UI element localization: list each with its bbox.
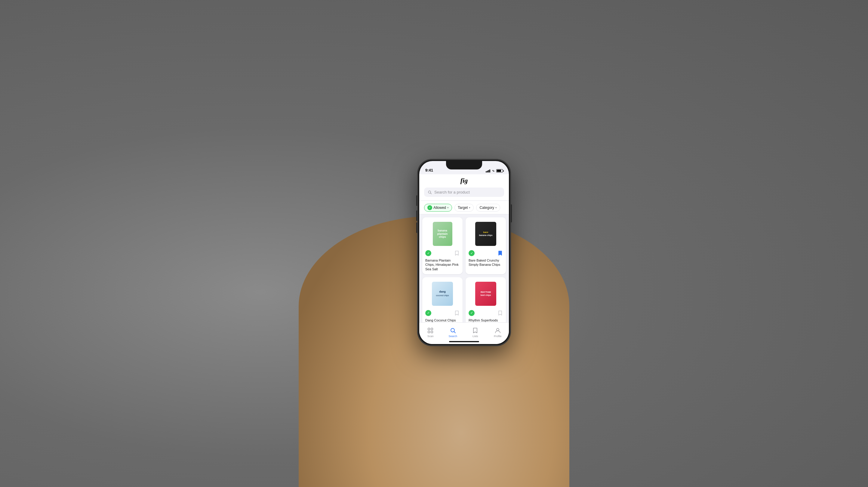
- rhythm-allowed-icon: ✓: [469, 310, 474, 316]
- filter-target-label: Target: [458, 206, 468, 210]
- product-grid: bananaplantainchips ✓: [419, 214, 509, 322]
- filter-target[interactable]: Target ▾: [455, 204, 474, 211]
- nav-item-profile[interactable]: Profile: [487, 327, 509, 338]
- status-time: 9:41: [425, 168, 433, 172]
- profile-nav-icon: [494, 327, 501, 334]
- svg-point-6: [451, 328, 455, 332]
- bare-image: barebanana chips: [475, 222, 496, 246]
- scan-nav-icon: [427, 327, 434, 334]
- phone-wrapper: 9:41 ∿: [417, 159, 511, 346]
- bar1: [486, 171, 487, 172]
- dang-badge-row: ✓: [425, 310, 460, 316]
- nav-item-lists[interactable]: Lists: [464, 327, 487, 338]
- app-content: fig Search for a product: [419, 174, 509, 344]
- nav-item-scan[interactable]: Scan: [419, 327, 442, 338]
- app-header: fig Search for a product: [419, 174, 509, 201]
- dang-name: Dang Coconut Chips Toasted Lightly Salte…: [425, 318, 460, 322]
- filter-row: ✓ Allowed ▾ Target ▾ Category ▾: [419, 201, 509, 214]
- search-nav-label: Search: [448, 335, 457, 338]
- bare-badge-row: ✓: [469, 250, 503, 256]
- battery-icon: [496, 169, 503, 172]
- search-bar[interactable]: Search for a product: [424, 188, 504, 197]
- signal-bars-icon: [486, 169, 490, 172]
- product-image-bare: barebanana chips: [469, 220, 503, 248]
- svg-rect-4: [428, 331, 430, 333]
- phone-device: 9:41 ∿: [417, 159, 511, 346]
- rhythm-image: RHYTHMbeet chips: [475, 282, 496, 306]
- target-chevron-icon: ▾: [469, 206, 470, 209]
- bare-allowed-icon: ✓: [469, 250, 474, 256]
- bar4: [489, 169, 490, 172]
- svg-rect-2: [428, 328, 430, 330]
- rhythm-name: Rhythm Superfoods Beet Chips Naked: [469, 318, 503, 322]
- battery-fill: [497, 170, 501, 172]
- scan-nav-label: Scan: [427, 335, 434, 338]
- bare-bookmark-icon[interactable]: [497, 250, 503, 256]
- filter-category[interactable]: Category ▾: [476, 204, 500, 211]
- filter-allowed[interactable]: ✓ Allowed ▾: [424, 204, 452, 211]
- product-card-dang[interactable]: dangcoconut chips ✓: [422, 277, 463, 322]
- notch: [446, 161, 482, 169]
- svg-point-8: [497, 328, 499, 331]
- rhythm-bookmark-icon[interactable]: [497, 310, 503, 316]
- home-indicator: [449, 341, 479, 342]
- app-logo: fig: [424, 177, 504, 184]
- product-image-barnana: bananaplantainchips: [425, 220, 460, 248]
- product-image-dang: dangcoconut chips: [425, 280, 460, 307]
- lists-nav-label: Lists: [472, 335, 478, 338]
- svg-line-7: [454, 332, 455, 333]
- bar2: [487, 171, 488, 172]
- scene: 9:41 ∿: [0, 0, 868, 487]
- dang-allowed-icon: ✓: [425, 310, 431, 316]
- search-placeholder-text: Search for a product: [434, 190, 470, 195]
- bare-name: Bare Baked Crunchy Simply Banana Chips: [469, 258, 503, 267]
- search-icon: [428, 190, 432, 195]
- bar3: [488, 170, 489, 172]
- filter-allowed-label: Allowed: [433, 206, 446, 210]
- allowed-chevron-icon: ▾: [447, 206, 449, 209]
- rhythm-badge-row: ✓: [469, 310, 503, 316]
- svg-rect-5: [431, 331, 433, 333]
- product-image-rhythm: RHYTHMbeet chips: [469, 280, 503, 307]
- profile-nav-label: Profile: [494, 335, 502, 338]
- barnana-bookmark-icon[interactable]: [454, 250, 460, 256]
- product-card-bare[interactable]: barebanana chips ✓: [466, 217, 506, 274]
- nav-item-search[interactable]: Search: [442, 327, 464, 338]
- category-chevron-icon: ▾: [495, 206, 497, 209]
- dang-image: dangcoconut chips: [432, 282, 453, 306]
- svg-rect-3: [431, 328, 433, 330]
- dang-bookmark-icon[interactable]: [454, 310, 460, 316]
- wifi-icon: ∿: [492, 169, 494, 172]
- product-card-barnana[interactable]: bananaplantainchips ✓: [422, 217, 463, 274]
- barnana-badge-row: ✓: [425, 250, 460, 256]
- filter-category-label: Category: [479, 206, 494, 210]
- barnana-allowed-icon: ✓: [425, 250, 431, 256]
- barnana-image: bananaplantainchips: [433, 222, 452, 246]
- allowed-check-icon: ✓: [427, 205, 432, 210]
- barnana-name: Barnana Plantain Chips, Himalayan Pink S…: [425, 258, 460, 271]
- product-card-rhythm[interactable]: RHYTHMbeet chips ✓: [466, 277, 506, 322]
- status-icons: ∿: [486, 169, 503, 172]
- search-nav-icon: [450, 327, 457, 334]
- phone-screen: 9:41 ∿: [419, 161, 509, 344]
- svg-line-1: [430, 193, 431, 194]
- lists-nav-icon: [472, 327, 479, 334]
